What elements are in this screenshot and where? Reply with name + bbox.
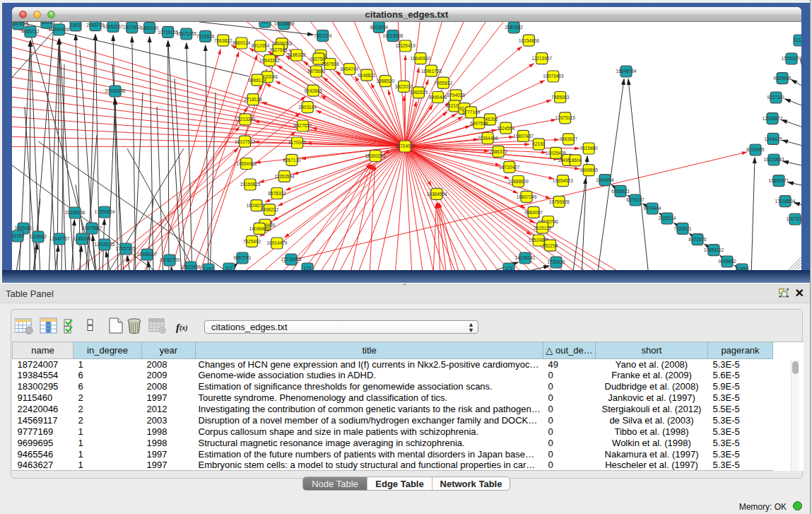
svg-text:6958923: 6958923 <box>611 189 630 194</box>
svg-text:9463627: 9463627 <box>560 136 578 141</box>
svg-text:3935061: 3935061 <box>14 226 33 230</box>
svg-text:20206536: 20206536 <box>65 210 86 215</box>
svg-text:7632621: 7632621 <box>673 226 692 231</box>
svg-text:10807487: 10807487 <box>513 134 534 139</box>
svg-text:1145194: 1145194 <box>73 236 91 241</box>
svg-text:16107552: 16107552 <box>235 139 255 144</box>
svg-text:2718126: 2718126 <box>244 97 262 102</box>
svg-text:7625402: 7625402 <box>243 239 261 244</box>
svg-text:3498222: 3498222 <box>261 207 279 212</box>
svg-text:9657791: 9657791 <box>233 255 252 260</box>
svg-text:10654112: 10654112 <box>704 247 724 252</box>
svg-text:7857224: 7857224 <box>314 33 332 38</box>
svg-text:1733426: 1733426 <box>547 259 565 264</box>
svg-text:19756928: 19756928 <box>549 199 570 204</box>
svg-text:1603: 1603 <box>71 23 81 28</box>
svg-text:10975867: 10975867 <box>82 226 102 230</box>
svg-text:17359924: 17359924 <box>95 209 115 214</box>
svg-text:2803144: 2803144 <box>299 105 317 110</box>
svg-text:16543382: 16543382 <box>259 58 280 63</box>
svg-text:8578332: 8578332 <box>268 191 286 196</box>
svg-text:19218506: 19218506 <box>382 33 403 38</box>
svg-text:8215955: 8215955 <box>746 147 765 152</box>
svg-text:6794028: 6794028 <box>447 93 466 98</box>
svg-text:1588520: 1588520 <box>377 78 395 83</box>
svg-text:7515526: 7515526 <box>196 34 215 39</box>
svg-text:16648784: 16648784 <box>616 69 637 74</box>
svg-text:117: 117 <box>225 266 233 270</box>
svg-text:173: 173 <box>505 266 513 270</box>
svg-text:16033809: 16033809 <box>273 22 294 26</box>
svg-text:8186328: 8186328 <box>288 52 306 57</box>
svg-text:1244415: 1244415 <box>764 136 782 141</box>
svg-text:9245652: 9245652 <box>718 259 736 264</box>
svg-text:15720407: 15720407 <box>499 165 519 170</box>
svg-text:16154808: 16154808 <box>519 38 539 43</box>
svg-text:8267130: 8267130 <box>283 158 301 163</box>
svg-text:10719155: 10719155 <box>158 30 178 35</box>
svg-text:9884067: 9884067 <box>524 210 543 215</box>
svg-text:92450: 92450 <box>736 267 748 270</box>
svg-text:10973493: 10973493 <box>543 74 563 78</box>
svg-text:9699695: 9699695 <box>580 168 599 173</box>
svg-text:17016504: 17016504 <box>775 199 796 204</box>
svg-text:(x): (x) <box>180 324 188 332</box>
svg-text:18604: 18604 <box>569 158 582 163</box>
svg-text:8660124: 8660124 <box>233 40 251 45</box>
svg-text:1340557: 1340557 <box>12 22 28 26</box>
svg-text:160: 160 <box>261 22 269 24</box>
svg-text:9329966: 9329966 <box>773 76 792 81</box>
svg-text:1615132: 1615132 <box>534 226 552 230</box>
svg-text:2087682: 2087682 <box>505 25 524 30</box>
svg-text:14099489: 14099489 <box>249 226 270 231</box>
svg-text:8813054: 8813054 <box>370 25 389 30</box>
svg-text:8912954: 8912954 <box>252 43 270 48</box>
svg-text:9327506: 9327506 <box>269 47 288 52</box>
svg-text:1640954: 1640954 <box>596 177 614 182</box>
svg-text:20691406: 20691406 <box>49 27 69 32</box>
svg-text:8427552: 8427552 <box>294 123 312 128</box>
svg-text:16914479: 16914479 <box>266 240 287 245</box>
svg-text:4055712: 4055712 <box>21 29 40 34</box>
svg-text:9242845: 9242845 <box>304 88 322 93</box>
svg-text:15716485: 15716485 <box>281 257 302 262</box>
svg-text:12213382: 12213382 <box>235 117 256 122</box>
svg-text:1527602: 1527602 <box>123 25 141 30</box>
svg-text:12942757: 12942757 <box>49 236 70 241</box>
svg-text:7485063: 7485063 <box>551 95 570 100</box>
svg-text:9777169: 9777169 <box>462 110 481 115</box>
svg-text:18807249: 18807249 <box>517 194 537 199</box>
svg-text:12975115: 12975115 <box>555 115 575 120</box>
svg-text:11325419: 11325419 <box>395 43 416 48</box>
svg-text:18724007: 18724007 <box>395 144 416 148</box>
svg-text:4170046: 4170046 <box>288 140 307 145</box>
svg-text:3624554: 3624554 <box>497 126 515 131</box>
svg-text:12905135: 12905135 <box>95 242 115 247</box>
svg-text:12093872: 12093872 <box>763 116 783 121</box>
svg-text:18640910: 18640910 <box>411 56 431 61</box>
svg-text:3875685: 3875685 <box>307 69 326 74</box>
svg-text:1115682: 1115682 <box>30 234 47 239</box>
svg-text:16961758: 16961758 <box>421 69 442 74</box>
svg-text:62160: 62160 <box>532 141 545 146</box>
svg-text:16210643: 16210643 <box>764 157 784 162</box>
svg-text:1167534: 1167534 <box>787 216 801 221</box>
svg-text:20364456: 20364456 <box>478 136 498 141</box>
svg-text:6466160: 6466160 <box>141 25 159 30</box>
svg-text:17957225: 17957225 <box>116 246 136 251</box>
svg-text:10653267: 10653267 <box>103 24 124 29</box>
svg-text:16671355: 16671355 <box>176 31 196 36</box>
svg-text:10958107: 10958107 <box>137 252 158 257</box>
svg-text:9227341: 9227341 <box>767 95 785 100</box>
svg-text:9146821: 9146821 <box>358 73 376 78</box>
svg-text:1362635: 1362635 <box>410 90 428 95</box>
svg-text:19654985: 19654985 <box>236 161 257 166</box>
svg-text:2093719: 2093719 <box>86 23 105 28</box>
svg-text:7663822: 7663822 <box>214 38 233 43</box>
svg-text:9115460: 9115460 <box>580 146 598 151</box>
svg-text:18300295: 18300295 <box>365 153 386 158</box>
svg-text:15751074: 15751074 <box>782 56 801 61</box>
svg-text:11353594: 11353594 <box>274 174 295 179</box>
svg-text:6497568: 6497568 <box>470 121 488 126</box>
svg-text:3405: 3405 <box>42 22 52 25</box>
